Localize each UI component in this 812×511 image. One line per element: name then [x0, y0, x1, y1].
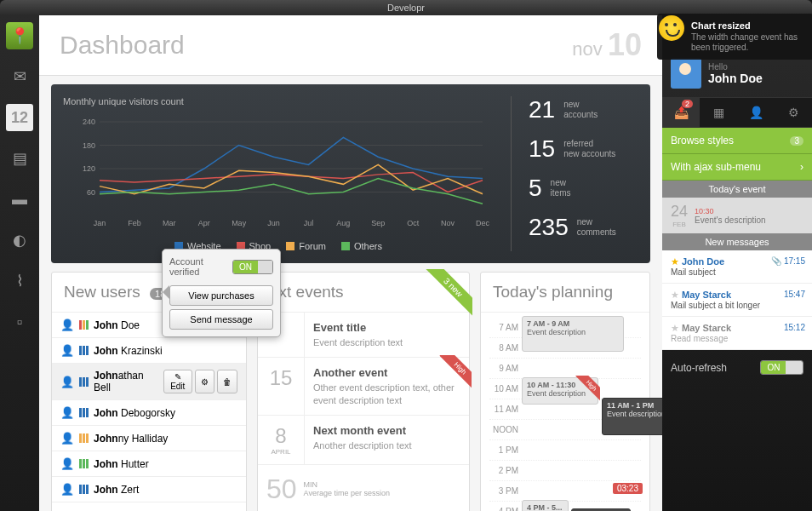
- line-chart: 60120180240JanFebMarAprMayJunJulAugSepOc…: [63, 113, 494, 233]
- left-nav: 📍 ✉ 12 ▤ ▬ ◐ ⌇ ▫: [0, 15, 39, 511]
- verified-toggle[interactable]: ON: [232, 260, 273, 274]
- tab-inbox[interactable]: 📤2: [662, 98, 700, 127]
- send-message-button[interactable]: Send message: [169, 309, 273, 330]
- svg-text:Dec: Dec: [476, 219, 490, 227]
- right-sidebar: Chart resizedThe width change event has …: [662, 15, 812, 511]
- user-icon: 👤: [60, 376, 74, 388]
- svg-text:Feb: Feb: [128, 219, 141, 227]
- event-row[interactable]: High15Another eventOther event descripti…: [258, 358, 469, 416]
- autorefresh-toggle[interactable]: ON: [760, 360, 803, 375]
- star-icon[interactable]: ★: [671, 290, 679, 300]
- note-icon[interactable]: ▫: [6, 308, 33, 336]
- chart-panel: Monthly unique visitors count 6012018024…: [51, 84, 650, 263]
- message-row[interactable]: ★John DoeMail subject📎 17:15: [662, 250, 812, 284]
- user-row[interactable]: 👤Johnny Halliday: [52, 426, 246, 451]
- stat-item: 5newitems: [529, 175, 638, 202]
- svg-text:Sep: Sep: [371, 219, 385, 227]
- today-event-head: Today's event: [662, 181, 812, 198]
- svg-text:180: 180: [83, 141, 95, 150]
- svg-text:Nov: Nov: [441, 219, 455, 227]
- plan-event[interactable]: 11 AM - 1 PMEvent description: [602, 398, 662, 435]
- avg-time: 50 MINAverage time per session: [258, 465, 469, 511]
- header-date: nov 10: [572, 27, 642, 63]
- user-icon: 👤: [60, 483, 74, 496]
- view-purchases-button[interactable]: View purchases: [169, 285, 273, 306]
- avatar: [671, 58, 701, 89]
- user-row[interactable]: 👤John Krazinski: [52, 338, 246, 364]
- today-event[interactable]: 24FEB 10:30Event's description: [662, 198, 812, 233]
- svg-text:Jul: Jul: [304, 219, 314, 227]
- gauge-icon[interactable]: ◐: [6, 227, 33, 254]
- now-indicator: 03:23: [613, 483, 643, 494]
- events-panel: 3 new ext events Event titleEvent descri…: [257, 272, 470, 511]
- autorefresh-label: Auto-refresh: [671, 362, 727, 374]
- calendar-icon[interactable]: 12: [6, 104, 33, 131]
- user-icon: 👤: [60, 319, 74, 331]
- user-row[interactable]: 👤John Zert: [52, 477, 246, 502]
- svg-text:120: 120: [83, 164, 95, 173]
- tab-user[interactable]: 👤: [737, 98, 775, 127]
- planning-panel: Today's planning 7 AM8 AM9 AM10 AM11 AMN…: [480, 272, 650, 511]
- wifi-icon[interactable]: ⌇: [6, 267, 33, 295]
- legend-item: Others: [341, 241, 382, 251]
- stat-item: 235newcomments: [529, 214, 638, 241]
- time-row: 1 PM: [489, 440, 641, 461]
- messages-head: New messages: [662, 233, 812, 250]
- page-title: Dashboard: [60, 31, 185, 60]
- plan-event[interactable]: 7 AM - 9 AMEvent description: [522, 316, 624, 352]
- user-popover: Account verified ON View purchases Send …: [162, 249, 281, 337]
- browse-styles[interactable]: Browse styles3: [662, 128, 812, 154]
- star-icon[interactable]: ★: [671, 323, 679, 333]
- tab-settings[interactable]: ⚙: [775, 98, 812, 127]
- delete-button[interactable]: 🗑: [217, 370, 237, 393]
- svg-text:Mar: Mar: [163, 219, 176, 227]
- user-row[interactable]: 👤Johnathan Bell✎ Edit⚙🗑: [52, 364, 246, 400]
- event-row[interactable]: 8APRILNext month eventAnother descriptio…: [258, 416, 469, 465]
- time-row: 2 PM: [489, 461, 641, 481]
- user-row[interactable]: 👤John Debogorsky: [52, 400, 246, 426]
- event-row[interactable]: Event titleEvent description text: [258, 313, 469, 358]
- message-row[interactable]: ★May StarckMail subject a bit longer15:4…: [662, 284, 812, 317]
- svg-text:Jun: Jun: [267, 219, 280, 227]
- svg-text:Apr: Apr: [198, 219, 210, 227]
- tab-calendar[interactable]: ▦: [700, 98, 737, 127]
- svg-text:240: 240: [83, 118, 95, 126]
- mail-icon[interactable]: ✉: [6, 63, 33, 90]
- news-icon[interactable]: ▤: [6, 145, 33, 172]
- svg-text:Oct: Oct: [407, 219, 420, 227]
- plan-event[interactable]: 4 PM - 5...Event d...: [522, 500, 569, 511]
- tray-icon[interactable]: ▬: [6, 186, 33, 213]
- svg-text:60: 60: [87, 188, 95, 197]
- svg-text:Aug: Aug: [336, 219, 350, 227]
- chart-title: Monthly unique visitors count: [63, 96, 494, 106]
- user-icon: 👤: [60, 457, 74, 470]
- ajax-submenu[interactable]: With ajax sub-menu›: [662, 154, 812, 181]
- user-icon: 👤: [60, 432, 74, 445]
- star-icon[interactable]: ★: [671, 256, 679, 267]
- message-row[interactable]: ★May StarckRead message15:12: [662, 317, 812, 350]
- logo-icon[interactable]: 📍: [6, 22, 33, 49]
- stat-item: 21newaccounts: [529, 96, 638, 123]
- stat-item: 15referrednew accounts: [529, 135, 638, 163]
- user-icon: 👤: [60, 406, 74, 419]
- svg-text:Jan: Jan: [94, 219, 106, 227]
- time-row: 9 AM: [489, 359, 641, 379]
- edit-button[interactable]: ✎ Edit: [163, 370, 192, 393]
- notification-toast[interactable]: Chart resizedThe width change event has …: [657, 14, 812, 60]
- legend-item: Forum: [286, 241, 326, 251]
- user-row[interactable]: 👤John Hutter: [52, 451, 246, 477]
- smiley-icon: [659, 15, 684, 41]
- gear-button[interactable]: ⚙: [195, 370, 214, 393]
- svg-text:May: May: [232, 219, 247, 227]
- plan-event[interactable]: 10 AM - 11:30Event descriptionHigh: [522, 377, 598, 405]
- user-icon: 👤: [60, 344, 74, 357]
